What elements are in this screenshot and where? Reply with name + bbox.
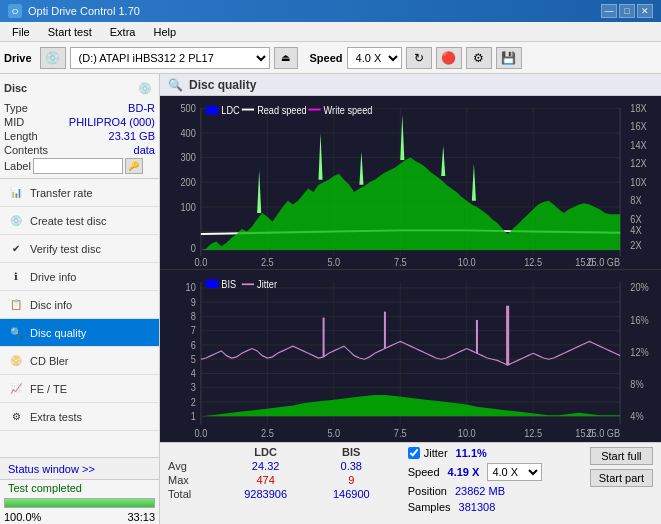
svg-text:10: 10 bbox=[186, 281, 197, 293]
svg-text:10.0: 10.0 bbox=[458, 426, 476, 438]
menu-extra[interactable]: Extra bbox=[102, 24, 144, 40]
svg-text:7: 7 bbox=[191, 324, 197, 336]
svg-text:8X: 8X bbox=[630, 195, 641, 207]
fe-te-label: FE / TE bbox=[30, 383, 67, 395]
drive-icon: 💿 bbox=[40, 47, 66, 69]
speed-select[interactable]: 4.0 X bbox=[347, 47, 402, 69]
sidebar-item-cd-bler[interactable]: 📀 CD Bler bbox=[0, 347, 159, 375]
menu-help[interactable]: Help bbox=[145, 24, 184, 40]
position-label: Position bbox=[408, 485, 447, 497]
extra-tests-icon: ⚙ bbox=[8, 409, 24, 425]
svg-text:5: 5 bbox=[191, 353, 197, 365]
minimize-button[interactable]: — bbox=[601, 4, 617, 18]
mid-label: MID bbox=[4, 116, 24, 128]
refresh-button[interactable]: ↻ bbox=[406, 47, 432, 69]
maximize-button[interactable]: □ bbox=[619, 4, 635, 18]
avg-speed: 4.19 X bbox=[448, 466, 480, 478]
stats-left: LDC BIS Avg 24.32 0.38 bbox=[164, 445, 406, 501]
sidebar-item-drive-info[interactable]: ℹ Drive info bbox=[0, 263, 159, 291]
samples-label: Samples bbox=[408, 501, 451, 513]
label-icon[interactable]: 🔑 bbox=[125, 158, 143, 174]
max-ldc: 474 bbox=[220, 473, 311, 487]
speed-label-stat: Speed bbox=[408, 466, 440, 478]
create-test-disc-label: Create test disc bbox=[30, 215, 106, 227]
sidebar-item-verify-test-disc[interactable]: ✔ Verify test disc bbox=[0, 235, 159, 263]
sidebar-item-extra-tests[interactable]: ⚙ Extra tests bbox=[0, 403, 159, 431]
charts-area: 500 400 300 200 100 0 18X 16X 14X 12X 10… bbox=[160, 96, 661, 442]
max-label: Max bbox=[164, 473, 220, 487]
position-val: 23862 MB bbox=[455, 485, 505, 497]
label-input[interactable] bbox=[33, 158, 123, 174]
svg-text:7.5: 7.5 bbox=[394, 426, 407, 438]
svg-text:20%: 20% bbox=[630, 281, 649, 293]
svg-text:Jitter: Jitter bbox=[257, 278, 278, 290]
svg-rect-97 bbox=[206, 279, 218, 287]
svg-text:7.5: 7.5 bbox=[394, 256, 407, 268]
speed-label: Speed bbox=[310, 52, 343, 64]
length-value: 23.31 GB bbox=[109, 130, 155, 142]
settings-button[interactable]: ⚙ bbox=[466, 47, 492, 69]
svg-text:2.5: 2.5 bbox=[261, 426, 274, 438]
disc-info-label: Disc info bbox=[30, 299, 72, 311]
sidebar-item-transfer-rate[interactable]: 📊 Transfer rate bbox=[0, 179, 159, 207]
extra-tests-label: Extra tests bbox=[30, 411, 82, 423]
upper-chart-svg: 500 400 300 200 100 0 18X 16X 14X 12X 10… bbox=[160, 96, 661, 269]
right-panel: 🔍 Disc quality bbox=[160, 74, 661, 524]
save-button[interactable]: 💾 bbox=[496, 47, 522, 69]
transfer-rate-label: Transfer rate bbox=[30, 187, 93, 199]
sidebar-item-fe-te[interactable]: 📈 FE / TE bbox=[0, 375, 159, 403]
svg-text:300: 300 bbox=[180, 152, 196, 164]
svg-text:4%: 4% bbox=[630, 410, 643, 422]
svg-text:5.0: 5.0 bbox=[327, 256, 340, 268]
upper-chart: 500 400 300 200 100 0 18X 16X 14X 12X 10… bbox=[160, 96, 661, 270]
jitter-checkbox[interactable] bbox=[408, 447, 420, 459]
svg-text:0.0: 0.0 bbox=[195, 256, 208, 268]
stats-right: Jitter 11.1% Speed 4.19 X 4.0 X Position… bbox=[406, 445, 586, 515]
length-label: Length bbox=[4, 130, 38, 142]
sidebar-item-create-test-disc[interactable]: 💿 Create test disc bbox=[0, 207, 159, 235]
start-part-button[interactable]: Start part bbox=[590, 469, 653, 487]
svg-text:400: 400 bbox=[180, 127, 196, 139]
type-value: BD-R bbox=[128, 102, 155, 114]
sidebar-item-disc-quality[interactable]: 🔍 Disc quality bbox=[0, 319, 159, 347]
menu-file[interactable]: File bbox=[4, 24, 38, 40]
avg-jitter: 11.1% bbox=[456, 447, 487, 459]
status-text: Test completed bbox=[0, 480, 159, 496]
speed-dropdown[interactable]: 4.0 X bbox=[487, 463, 542, 481]
svg-text:25.0 GB: 25.0 GB bbox=[586, 256, 620, 268]
type-label: Type bbox=[4, 102, 28, 114]
progress-bar-fill bbox=[5, 499, 154, 507]
disc-quality-label: Disc quality bbox=[30, 327, 86, 339]
svg-text:16X: 16X bbox=[630, 121, 647, 133]
svg-text:25.0 GB: 25.0 GB bbox=[586, 426, 620, 438]
status-bottom: 100.0% 33:13 bbox=[0, 510, 159, 524]
avg-label: Avg bbox=[164, 459, 220, 473]
speed-row: Speed 4.19 X 4.0 X bbox=[408, 463, 584, 481]
svg-text:18X: 18X bbox=[630, 102, 647, 114]
menu-start-test[interactable]: Start test bbox=[40, 24, 100, 40]
avg-ldc: 24.32 bbox=[220, 459, 311, 473]
svg-text:8: 8 bbox=[191, 310, 197, 322]
disc-info-icon: 📋 bbox=[8, 297, 24, 313]
lower-chart-svg: 10 9 8 7 6 5 4 3 2 1 20% 16% 12% 8% 4% bbox=[160, 270, 661, 443]
eject-button[interactable]: ⏏ bbox=[274, 47, 298, 69]
drive-info-label: Drive info bbox=[30, 271, 76, 283]
svg-text:14X: 14X bbox=[630, 139, 647, 151]
title-bar: O Opti Drive Control 1.70 — □ ✕ bbox=[0, 0, 661, 22]
lower-chart: 10 9 8 7 6 5 4 3 2 1 20% 16% 12% 8% 4% bbox=[160, 270, 661, 443]
svg-text:LDC: LDC bbox=[221, 105, 239, 117]
svg-text:500: 500 bbox=[180, 102, 196, 114]
status-window-button[interactable]: Status window >> bbox=[0, 458, 159, 480]
max-bis: 9 bbox=[311, 473, 391, 487]
col-bis: BIS bbox=[311, 445, 391, 459]
drive-select[interactable]: (D:) ATAPI iHBS312 2 PL17 bbox=[70, 47, 270, 69]
start-full-button[interactable]: Start full bbox=[590, 447, 653, 465]
svg-text:BIS: BIS bbox=[221, 278, 236, 290]
burn-button[interactable]: 🔴 bbox=[436, 47, 462, 69]
sidebar-item-disc-info[interactable]: 📋 Disc info bbox=[0, 291, 159, 319]
close-button[interactable]: ✕ bbox=[637, 4, 653, 18]
svg-text:12X: 12X bbox=[630, 158, 647, 170]
disc-panel-icon: 💿 bbox=[135, 78, 155, 98]
avg-bis: 0.38 bbox=[311, 459, 391, 473]
col-ldc: LDC bbox=[220, 445, 311, 459]
